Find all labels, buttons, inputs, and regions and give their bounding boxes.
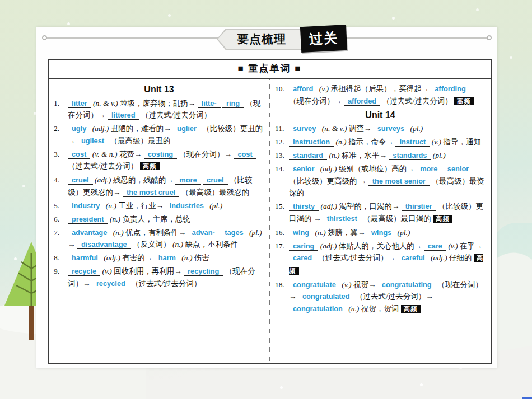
definition-text: （过去式/过去分词） — [131, 279, 201, 288]
word-blank: the most cruel — [123, 188, 179, 197]
pos-label: (pl.) — [249, 228, 262, 237]
item-number: 16. — [275, 227, 284, 239]
word-blank: congratulation — [289, 304, 347, 313]
definition-text: 承担得起（后果），买得起→ — [330, 85, 429, 93]
definition-text: （比较级）更高级的 → — [289, 177, 366, 185]
pos-label: (v.) — [432, 138, 441, 146]
word-blank: advantage — [68, 228, 111, 237]
word-blank: afford — [289, 85, 317, 93]
word-blank: senior — [289, 165, 318, 173]
word-blank: more — [175, 176, 200, 185]
vocab-item: 9.recycle (v.) 回收利用，再利用→ recycling （现在分词… — [54, 265, 264, 289]
word-blank: disadvantage — [77, 240, 131, 249]
definition-text: （过去式/过去分词） — [382, 97, 452, 105]
word-blank: instruct — [395, 138, 430, 147]
definition-text: → — [68, 240, 76, 248]
pos-label: (adj.) — [92, 124, 109, 133]
vocab-item: 7.advantage (n.) 优点，有利条件→ advan- tages (… — [54, 227, 264, 251]
line-end-dot-right — [487, 35, 492, 40]
vocab-item: 1.litter (n. & v.) 垃圾，废弃物；乱扔→ litte- rin… — [54, 97, 264, 121]
word-blank: congratulating — [378, 280, 436, 289]
word-blank: thirsty — [289, 202, 319, 211]
line-end-dot-left — [42, 35, 47, 40]
item-number: 7. — [54, 227, 59, 239]
word-blank: cared — [289, 254, 316, 262]
word-blank: ugliest — [77, 137, 108, 145]
pos-label: (pl.) — [410, 124, 423, 133]
item-number: 12. — [275, 136, 284, 148]
word-blank: more — [416, 165, 441, 173]
definition-text: 残忍的，残酷的→ — [113, 176, 174, 184]
pos-label: (v.) — [448, 242, 458, 250]
vocab-item: 6.president (n.) 负责人，主席，总统 — [54, 213, 264, 226]
word-blank: recycling — [184, 267, 223, 276]
word-blank: wing — [289, 228, 313, 237]
definition-text: 工业，行业→ — [118, 201, 164, 210]
vocab-item: 10.afford (v.) 承担得起（后果），买得起→ affording （… — [275, 83, 486, 107]
definition-text: （最高级）最丑的 — [110, 137, 171, 145]
key-words-box: ■ 重点单词 ■ Unit 131.litter (n. & v.) 垃圾，废弃… — [48, 59, 492, 364]
definition-text: （过去式/过去分词） — [68, 162, 138, 170]
word-blank: instruction — [289, 138, 334, 147]
title-hexagon: 要点梳理 — [217, 29, 314, 50]
vocab-item: 13.standard (n.) 标准，水平→ standards (pl.) — [275, 149, 486, 162]
pos-label: (n.) — [329, 151, 339, 159]
word-blank: industry — [68, 201, 104, 210]
word-blank: standard — [289, 151, 327, 160]
word-blank: affording — [431, 85, 469, 93]
definition-text: （过去式/过去分词）→ — [318, 254, 396, 262]
definition-text: 指示，命令→ — [348, 138, 394, 146]
definition-text: 翅膀，翼→ — [328, 228, 366, 237]
word-blank: harmful — [68, 254, 102, 262]
vocab-item: 12.instruction (n.) 指示，命令→ instruct (v.)… — [275, 136, 486, 148]
definition-text: （反义词） — [133, 240, 171, 248]
item-number: 4. — [54, 174, 59, 186]
definition-text: （过去式/过去分词） — [141, 111, 211, 119]
definition-text: 祝贺，贺词 — [361, 304, 399, 313]
definition-text: 回收利用，再利用→ — [114, 267, 182, 275]
word-blank: tages — [221, 228, 247, 237]
vocab-item: 5.industry (n.) 工业，行业→ industries (pl.) — [54, 200, 264, 212]
item-number: 8. — [54, 252, 59, 264]
vocab-column-right: 10.afford (v.) 承担得起（后果），买得起→ affording （… — [270, 79, 491, 363]
high-frequency-badge: 高频 — [140, 162, 160, 170]
vocab-item: 11.survey (n. & v.) 调查→ surveys (pl.) — [275, 123, 486, 135]
word-blank: congratulated — [298, 292, 354, 301]
word-blank: cruel — [203, 176, 228, 185]
word-blank: survey — [289, 124, 320, 133]
snowflake-dots — [67, 22, 70, 25]
vocab-item: 4.cruel (adj.) 残忍的，残酷的→ more cruel （比较级）… — [54, 174, 264, 198]
item-number: 6. — [54, 213, 59, 226]
unit-header: Unit 13 — [54, 83, 264, 96]
slide-canvas: 要点梳理 过关 ■ 重点单词 ■ Unit 131.litter (n. & v… — [36, 27, 497, 368]
word-blank: littered — [108, 111, 139, 120]
definition-text: 丑陋的，难看的→ — [111, 124, 171, 133]
pos-label: (v.) — [102, 267, 112, 275]
vocab-item: 16.wing (n.) 翅膀，翼→ wings (pl.) — [275, 227, 486, 239]
pos-label: (v.) — [319, 85, 329, 93]
title-badge: 要点梳理 过关 — [217, 27, 374, 51]
item-number: 14. — [275, 163, 284, 175]
item-number: 18. — [275, 279, 284, 291]
title-badge-label: 要点梳理 — [237, 31, 294, 47]
pos-label: (adj.) — [431, 254, 447, 262]
word-blank: harm — [155, 254, 180, 262]
pos-label: (n.) — [315, 228, 326, 237]
high-frequency-badge: 高频 — [454, 97, 474, 105]
word-blank: thirstier — [402, 202, 436, 211]
word-blank: industries — [166, 201, 208, 210]
definition-text: 指导，通知 — [443, 138, 481, 146]
word-blank: the most senior — [368, 177, 430, 186]
vocab-column-left: Unit 131.litter (n. & v.) 垃圾，废弃物；乱扔→ lit… — [49, 79, 270, 363]
word-blank: thirstiest — [323, 214, 361, 223]
vocab-columns: Unit 131.litter (n. & v.) 垃圾，废弃物；乱扔→ lit… — [49, 79, 491, 363]
word-blank: wings — [367, 228, 395, 237]
word-blank: care — [424, 242, 446, 251]
item-number: 10. — [275, 83, 284, 95]
pos-label: (n.) — [181, 254, 192, 262]
item-number: 5. — [54, 200, 59, 212]
word-blank: careful — [398, 254, 429, 262]
vocab-item: 8.harmful (adj.) 有害的→ harm (n.) 伤害 — [54, 252, 264, 264]
word-blank: caring — [289, 242, 318, 251]
definition-text: （过去式/过去分词）→ — [356, 292, 433, 301]
